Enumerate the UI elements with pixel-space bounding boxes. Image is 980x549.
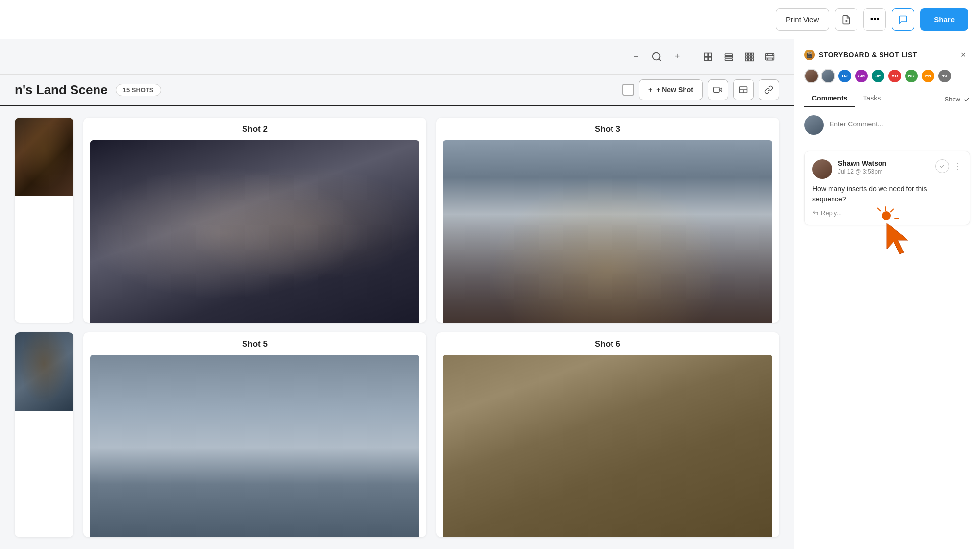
shot-5-title: Shot 5 [90, 339, 419, 349]
zoom-out-button[interactable]: − [628, 49, 644, 65]
sidebar-tab-row: Comments Tasks Show [804, 90, 970, 107]
plus-icon: + [675, 51, 680, 62]
camera-action-button[interactable] [708, 79, 728, 100]
avatar-person2 [821, 69, 835, 83]
comment-more-button[interactable]: ⋮ [953, 161, 962, 172]
sidebar-close-button[interactable]: × [956, 48, 970, 62]
comment-card: Shawn Watson Jul 12 @ 3:53pm ⋮ How many … [804, 151, 970, 225]
print-view-button[interactable]: Print View [776, 8, 829, 31]
svg-point-2 [653, 52, 660, 60]
svg-rect-4 [705, 53, 708, 56]
scene-title: n's Land Scene [15, 82, 108, 98]
svg-rect-12 [748, 53, 750, 55]
comment-toggle-button[interactable] [892, 8, 914, 31]
avatar-sw [804, 69, 819, 83]
comment-input-area [794, 107, 980, 143]
svg-marker-31 [887, 223, 908, 254]
comment-author-name: Shawn Watson [838, 159, 930, 167]
view-toggle-group [699, 48, 779, 66]
svg-rect-20 [766, 53, 774, 60]
zoom-reset-button[interactable] [649, 49, 664, 65]
shot-card-4[interactable] [15, 332, 74, 537]
shots-grid: Shot 2 MS · 2-Shot · Static Steve calls … [0, 106, 794, 549]
comment-actions: ⋮ [935, 159, 962, 173]
svg-rect-19 [751, 59, 753, 61]
svg-rect-17 [746, 59, 748, 61]
avatar-more: +3 [937, 69, 952, 83]
tab-tasks[interactable]: Tasks [855, 90, 888, 107]
select-all-checkbox[interactable] [622, 84, 634, 96]
comment-input-field[interactable] [830, 115, 970, 133]
new-shot-button[interactable]: + + New Shot [639, 79, 703, 100]
svg-rect-9 [725, 56, 733, 58]
svg-rect-27 [714, 87, 719, 93]
reply-button[interactable]: Reply... [812, 209, 842, 217]
list-view-button[interactable] [699, 48, 717, 66]
user-avatar [804, 115, 824, 135]
comment-time: Jul 12 @ 3:53pm [838, 168, 930, 175]
shot-card-1[interactable] [15, 118, 74, 323]
svg-rect-16 [751, 56, 753, 58]
top-bar: Print View ••• Share [0, 0, 980, 39]
shot-4-image [15, 332, 74, 411]
shot-card-5[interactable]: Shot 5 [83, 332, 426, 537]
sidebar-header: 🎬 STORYBOARD & SHOT LIST × DJ AM JE RD B… [794, 39, 980, 107]
shot-3-title: Shot 3 [443, 125, 772, 134]
comment-author-avatar [812, 159, 832, 179]
svg-rect-7 [709, 57, 712, 60]
minus-icon: − [634, 51, 639, 62]
main-container: − + [0, 39, 980, 549]
comment-header: Shawn Watson Jul 12 @ 3:53pm ⋮ [812, 159, 962, 179]
export-icon-button[interactable] [835, 8, 858, 31]
zoom-in-button[interactable]: + [669, 49, 685, 65]
resolve-comment-button[interactable] [935, 159, 949, 173]
shot-2-image [90, 140, 419, 323]
scene-header-actions: + + New Shot [622, 79, 779, 100]
shot-card-6[interactable]: Shot 6 [436, 332, 779, 537]
row-view-button[interactable] [719, 48, 738, 66]
storyboard-icon: 🎬 [804, 50, 815, 60]
more-options-button[interactable]: ••• [863, 8, 886, 31]
scene-header-row: n's Land Scene 15 SHOTS + + New Shot [0, 75, 794, 106]
grid-view-button[interactable] [740, 48, 759, 66]
shot-1-image [15, 118, 74, 196]
avatar-bd: BD [904, 69, 919, 83]
svg-rect-18 [748, 59, 750, 61]
avatar-strip: DJ AM JE RD BD ER +3 [804, 69, 970, 83]
shot-6-title: Shot 6 [443, 339, 772, 349]
shot-2-title: Shot 2 [90, 125, 419, 134]
content-area: − + [0, 39, 794, 549]
svg-rect-15 [748, 56, 750, 58]
avatar-je: JE [871, 69, 885, 83]
tab-comments[interactable]: Comments [804, 90, 855, 107]
shot-6-image [443, 355, 772, 537]
shot-3-image [443, 140, 772, 323]
svg-rect-10 [725, 59, 733, 60]
sidebar: 🎬 STORYBOARD & SHOT LIST × DJ AM JE RD B… [794, 39, 980, 549]
link-button[interactable] [759, 79, 779, 100]
sidebar-title: 🎬 STORYBOARD & SHOT LIST [804, 50, 917, 60]
avatar-rd: RD [887, 69, 902, 83]
sidebar-title-row: 🎬 STORYBOARD & SHOT LIST × [804, 48, 970, 62]
print-view-label: Print View [786, 15, 819, 24]
svg-rect-6 [705, 57, 708, 60]
shot-card-3[interactable]: Shot 3 MCU · Single · Tracking Diana ste… [436, 118, 779, 323]
zoom-controls: − + [628, 49, 685, 65]
share-button[interactable]: Share [920, 8, 968, 31]
svg-rect-11 [746, 53, 748, 55]
comment-meta: Shawn Watson Jul 12 @ 3:53pm [838, 159, 930, 175]
sidebar-show-toggle[interactable]: Show [944, 96, 970, 107]
avatar-am: AM [854, 69, 869, 83]
comment-text: How many inserts do we need for this seq… [812, 184, 962, 204]
more-dots-icon: ••• [870, 14, 880, 25]
avatar-er: ER [921, 69, 935, 83]
plus-icon: + [648, 86, 652, 94]
shot-card-2[interactable]: Shot 2 MS · 2-Shot · Static Steve calls … [83, 118, 426, 323]
cursor-arrow [886, 222, 910, 256]
film-view-button[interactable] [760, 48, 779, 66]
shots-badge: 15 SHOTS [116, 84, 161, 96]
add-row-button[interactable] [733, 79, 754, 100]
svg-rect-8 [725, 54, 733, 55]
svg-line-3 [659, 59, 661, 61]
shot-5-image [90, 355, 419, 537]
